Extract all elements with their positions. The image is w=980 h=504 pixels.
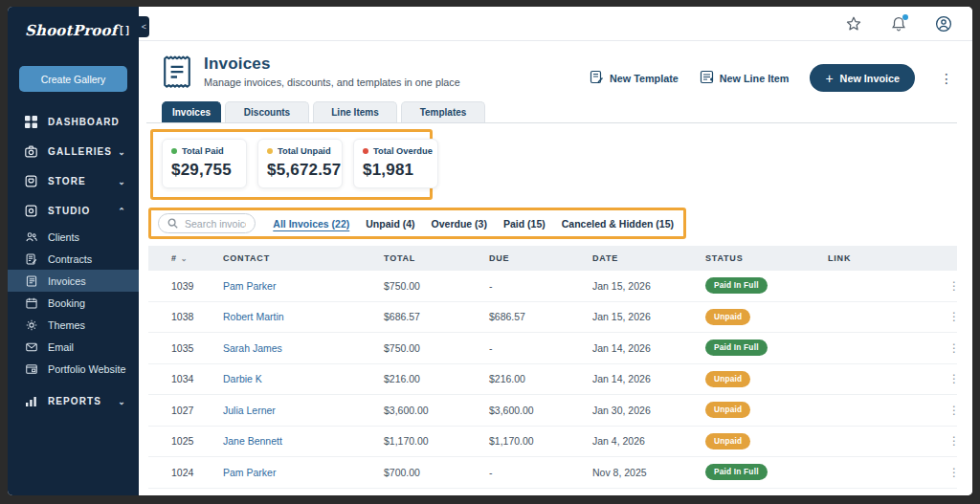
invoices-table: #⌄ CONTACT TOTAL DUE DATE STATUS LINK 10… (148, 246, 957, 495)
invoice-due: $3,600.00 (474, 405, 577, 416)
notifications-bell-icon[interactable] (889, 14, 908, 33)
topbar (139, 7, 972, 41)
tab-invoices[interactable]: Invoices (162, 101, 221, 122)
new-line-item-icon (700, 70, 714, 86)
invoice-due: $216.00 (474, 373, 577, 384)
sort-chevron-icon: ⌄ (181, 254, 189, 263)
total-overdue-label: Total Overdue (373, 146, 433, 156)
invoice-number: 1024 (148, 467, 208, 478)
invoice-due: - (474, 342, 577, 354)
bar-chart-icon (25, 395, 37, 407)
sidebar-item-reports[interactable]: REPORTS ⌄ (8, 386, 139, 416)
sidebar-item-dashboard[interactable]: DASHBOARD (8, 107, 139, 137)
chevron-down-icon: ⌄ (118, 397, 126, 406)
invoice-number: 1035 (148, 342, 208, 354)
account-avatar-icon[interactable] (934, 14, 953, 33)
invoice-icon (25, 274, 37, 287)
invoice-date: Jan 30, 2026 (577, 405, 690, 416)
tab-templates[interactable]: Templates (401, 101, 485, 122)
filter-canceled-hidden[interactable]: Canceled & Hidden (15) (562, 218, 674, 230)
status-badge: Paid In Full (705, 277, 768, 294)
total-paid-label: Total Paid (182, 146, 224, 156)
invoice-total: $216.00 (368, 373, 474, 384)
sidebar-item-contracts[interactable]: Contracts (8, 248, 139, 270)
new-line-item-label: New Line Item (720, 73, 790, 84)
invoice-total: $700.00 (368, 467, 474, 478)
new-template-icon (590, 70, 604, 86)
row-overflow-menu-icon[interactable]: ⋮ (933, 279, 960, 293)
sidebar-item-store[interactable]: STORE ⌄ (8, 166, 139, 196)
header-overflow-menu-icon[interactable]: ⋮ (936, 70, 957, 87)
chevron-down-icon: ⌄ (118, 147, 126, 157)
sidebar-item-themes[interactable]: Themes (8, 314, 139, 336)
row-overflow-menu-icon[interactable]: ⋮ (933, 341, 960, 355)
filter-all-invoices[interactable]: All Invoices (22) (273, 218, 349, 230)
summary-cards-highlight: Total Paid $29,755 Total Unpaid $5,672.5… (150, 129, 433, 200)
new-invoice-button[interactable]: + New Invoice (810, 64, 915, 92)
favorite-star-icon[interactable] (844, 14, 863, 33)
new-template-button[interactable]: New Template (590, 70, 679, 86)
new-line-item-button[interactable]: New Line Item (700, 70, 790, 86)
search-field[interactable] (158, 213, 256, 233)
sidebar-collapse-button[interactable]: < (139, 16, 149, 37)
contact-link[interactable]: Jane Bennett (223, 435, 282, 447)
sidebar-item-clients[interactable]: Clients (8, 226, 139, 248)
column-header-status: STATUS (690, 253, 813, 263)
invoice-due: $1,170.00 (474, 435, 577, 447)
app-window: ShootProof[ ] Create Gallery DASHBOARD G… (8, 7, 972, 495)
row-overflow-menu-icon[interactable]: ⋮ (933, 434, 960, 448)
filter-overdue[interactable]: Overdue (3) (432, 218, 487, 230)
row-overflow-menu-icon[interactable]: ⋮ (933, 372, 960, 385)
total-unpaid-value: $5,672.57 (267, 161, 333, 180)
filter-paid[interactable]: Paid (15) (503, 218, 546, 230)
invoice-total: $3,600.00 (368, 405, 474, 416)
contact-link[interactable]: Julia Lerner (223, 405, 276, 416)
sidebar-label-store: STORE (48, 176, 86, 186)
total-overdue-card: Total Overdue $1,981 (353, 139, 438, 188)
sidebar-label-reports: REPORTS (48, 396, 101, 406)
sidebar-item-portfolio-website[interactable]: Portfolio Website (8, 358, 139, 380)
invoice-date: Jan 14, 2026 (577, 373, 690, 384)
search-input[interactable] (185, 218, 246, 230)
email-envelope-icon (25, 340, 37, 353)
create-gallery-button[interactable]: Create Gallery (19, 66, 127, 92)
contact-link[interactable]: Sarah James (223, 342, 282, 354)
sidebar-item-galleries[interactable]: GALLERIES ⌄ (8, 137, 139, 166)
sidebar-item-studio[interactable]: STUDIO ⌃ (8, 196, 139, 226)
sidebar-item-booking[interactable]: Booking (8, 292, 139, 314)
row-overflow-menu-icon[interactable]: ⋮ (933, 310, 960, 323)
page-subtitle: Manage invoices, discounts, and template… (204, 77, 460, 88)
column-header-due: DUE (474, 253, 577, 263)
main-area: < (139, 7, 972, 495)
row-overflow-menu-icon[interactable]: ⋮ (933, 404, 960, 417)
table-row: 1024 Pam Parker $700.00 - Nov 8, 2025 Pa… (148, 457, 957, 489)
column-header-link: LINK (813, 253, 918, 263)
column-header-date: DATE (577, 253, 690, 263)
filter-unpaid[interactable]: Unpaid (4) (366, 218, 414, 230)
sidebar-label-portfolio-website: Portfolio Website (48, 363, 125, 375)
themes-sun-icon (25, 318, 37, 331)
contact-link[interactable]: Darbie K (223, 373, 262, 384)
contact-link[interactable]: Robert Martin (223, 311, 284, 322)
row-overflow-menu-icon[interactable]: ⋮ (933, 466, 960, 479)
page-header: Invoices Manage invoices, discounts, and… (146, 51, 957, 101)
total-unpaid-label: Total Unpaid (278, 146, 331, 156)
total-unpaid-card: Total Unpaid $5,672.57 (257, 139, 343, 188)
sidebar-item-invoices[interactable]: Invoices (8, 270, 139, 292)
sidebar-label-studio: STUDIO (48, 206, 90, 216)
invoice-number: 1038 (148, 311, 208, 322)
invoice-number: 1027 (148, 405, 208, 416)
search-icon (167, 215, 178, 232)
tab-line-items[interactable]: Line Items (313, 101, 397, 122)
sidebar-item-email[interactable]: Email (8, 336, 139, 358)
sidebar-label-clients: Clients (48, 231, 79, 243)
contact-link[interactable]: Pam Parker (223, 280, 276, 292)
invoices-receipt-icon (162, 55, 192, 89)
studio-icon (25, 205, 37, 217)
status-badge: Unpaid (705, 433, 750, 449)
shootproof-logo: ShootProof[ ] (8, 18, 139, 39)
column-header-number[interactable]: #⌄ (148, 253, 208, 263)
tab-discounts[interactable]: Discounts (225, 101, 309, 122)
contact-link[interactable]: Pam Parker (223, 467, 276, 478)
camera-icon (25, 145, 37, 158)
